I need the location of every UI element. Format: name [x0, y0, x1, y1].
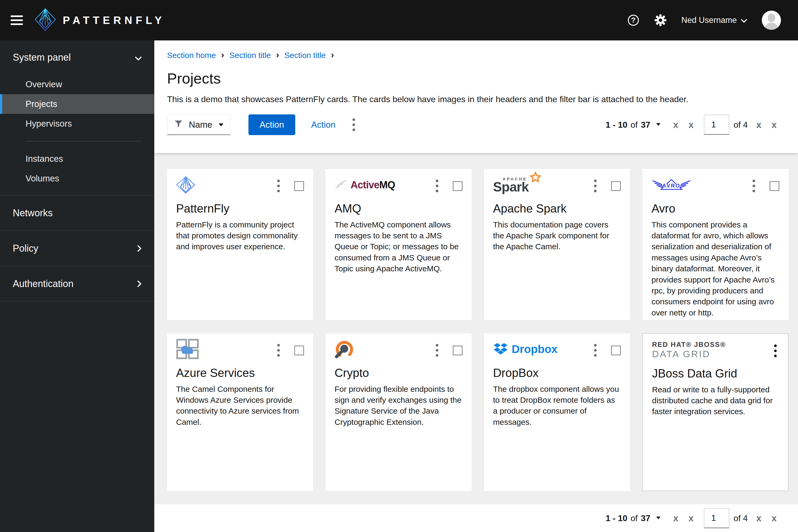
chevron-down-icon [741, 15, 747, 25]
current-page-input[interactable] [704, 115, 729, 135]
card-title: Apache Spark [493, 202, 621, 215]
sidebar-item-projects[interactable]: Projects [0, 94, 154, 114]
caret-down-icon [656, 517, 661, 521]
breadcrumb-separator-icon: › [276, 50, 279, 61]
first-page-button[interactable]: x [670, 512, 681, 525]
card-kebab-menu[interactable] [434, 177, 440, 194]
svg-text:?: ? [631, 16, 635, 24]
help-icon[interactable]: ? [627, 14, 640, 26]
sidebar-group-policy[interactable]: Policy [0, 231, 154, 266]
card-kebab-menu[interactable] [592, 177, 599, 194]
card-checkbox[interactable] [611, 345, 621, 355]
project-card-crypto: Crypto For providing flexible endpoints … [326, 333, 472, 491]
sidebar-divider [25, 141, 142, 141]
card-description: The ActiveMQ component allows messages t… [335, 219, 462, 274]
apache-spark-logo-icon: APACHE Spark [493, 174, 541, 195]
page-description: This is a demo that showcases PatternFly… [167, 94, 779, 104]
page-title: Projects [167, 70, 779, 87]
card-title: Crypto [335, 366, 462, 380]
previous-page-button[interactable]: x [686, 512, 696, 525]
card-kebab-menu[interactable] [592, 342, 599, 359]
card-title: AMQ [335, 202, 462, 215]
breadcrumb-link[interactable]: Section home [167, 51, 216, 60]
user-menu-toggle[interactable]: Ned Username [682, 15, 747, 25]
sidebar-item-hypervisors[interactable]: Hypervisors [0, 114, 154, 134]
project-card-amq: ActiveMQ AMQ The ActiveMQ component allo… [326, 169, 472, 320]
chevron-right-icon [137, 278, 141, 289]
username: Ned Username [682, 15, 737, 25]
sidebar-group-networks[interactable]: Networks [0, 195, 154, 231]
activemq-logo-icon: ActiveMQ [335, 174, 395, 195]
previous-page-button[interactable]: x [686, 118, 696, 131]
card-description: For providing flexible endpoints to sign… [335, 384, 462, 428]
pagination-bottom: 1 - 10 of 37 x x of 4 x x [606, 508, 779, 528]
link-action-button[interactable]: Action [311, 120, 336, 130]
caret-down-icon [656, 123, 661, 128]
card-description: This documentation page covers the Apach… [493, 219, 621, 252]
card-title: PatternFly [176, 202, 304, 215]
card-checkbox[interactable] [770, 181, 779, 191]
card-description: This component provides a dataformat for… [651, 219, 779, 318]
card-kebab-menu[interactable] [275, 342, 282, 359]
last-page-button[interactable]: x [769, 512, 779, 525]
card-description: The dropbox component allows you to trea… [493, 384, 621, 428]
primary-action-button[interactable]: Action [248, 114, 295, 135]
card-checkbox[interactable] [453, 181, 462, 191]
next-page-button[interactable]: x [754, 512, 764, 525]
pagination-range: 1 - 10 of 37 [606, 120, 650, 130]
card-kebab-menu[interactable] [750, 177, 757, 194]
per-page-menu-toggle[interactable] [656, 514, 661, 522]
sidebar-item-instances[interactable]: Instances [0, 149, 154, 169]
breadcrumb-separator-icon: › [221, 50, 224, 61]
brand-name: PATTERNFLY [63, 14, 165, 26]
last-page-button[interactable]: x [769, 118, 779, 131]
card-kebab-menu[interactable] [275, 177, 282, 194]
toolbar-kebab-menu[interactable] [350, 116, 357, 133]
project-card-avro: AVRO Avro This component provides a data… [642, 169, 788, 320]
bottom-pagination-bar: 1 - 10 of 37 x x of 4 x x [154, 504, 798, 532]
svg-text:AVRO: AVRO [662, 183, 680, 189]
masthead: PATTERNFLY ? Ned User [0, 0, 798, 40]
pagination-range: 1 - 10 of 37 [606, 513, 650, 523]
next-page-button[interactable]: x [754, 118, 764, 131]
page-header: Section home › Section title › Section t… [154, 40, 798, 153]
filter-dropdown-label: Name [189, 120, 212, 130]
breadcrumb: Section home › Section title › Section t… [167, 50, 779, 61]
jboss-data-grid-logo-icon: RED HAT® JBOSS® DATA GRID [652, 339, 726, 360]
breadcrumb-link[interactable]: Section title [230, 51, 271, 60]
brand: PATTERNFLY [35, 8, 165, 32]
first-page-button[interactable]: x [670, 118, 681, 131]
card-checkbox[interactable] [453, 345, 462, 355]
card-description: Read or write to a fully-supported distr… [652, 384, 779, 417]
project-card-dropbox: Dropbox DropBox The dropbox component al… [484, 333, 630, 491]
project-card-patternfly: PatternFly PatternFly is a community pro… [167, 169, 313, 320]
nav-toggle-hamburger-icon[interactable] [11, 15, 23, 25]
card-title: Azure Services [176, 366, 304, 380]
card-kebab-menu[interactable] [434, 342, 440, 359]
sidebar-item-overview[interactable]: Overview [0, 75, 154, 94]
dropbox-logo-icon: Dropbox [493, 339, 558, 360]
projects-card-grid: PatternFly PatternFly is a community pro… [154, 153, 798, 504]
filter-icon [174, 120, 183, 130]
current-page-input[interactable] [704, 508, 729, 528]
card-title: JBoss Data Grid [652, 367, 779, 380]
card-title: Avro [651, 202, 779, 215]
project-card-apache-spark: APACHE Spark Apache Spark This documenta… [484, 169, 630, 320]
settings-gear-icon[interactable] [654, 14, 667, 26]
card-checkbox[interactable] [611, 181, 621, 191]
breadcrumb-separator-icon: › [331, 50, 334, 61]
sidebar-group-authentication[interactable]: Authentication [0, 266, 154, 301]
card-kebab-menu[interactable] [772, 342, 779, 359]
sidebar-nav: System panel Overview Projects Hyperviso… [0, 40, 154, 532]
page-count-label: of 4 [734, 120, 748, 130]
card-checkbox[interactable] [294, 345, 304, 355]
card-checkbox[interactable] [294, 181, 304, 191]
avro-logo-icon: AVRO [651, 174, 691, 195]
sidebar-item-volumes[interactable]: Volumes [0, 169, 154, 188]
breadcrumb-link[interactable]: Section title [284, 51, 326, 60]
sidebar-group-system-panel[interactable]: System panel [0, 40, 154, 75]
per-page-menu-toggle[interactable] [656, 121, 661, 129]
filter-dropdown[interactable]: Name [167, 114, 231, 135]
avatar[interactable] [762, 11, 781, 30]
project-card-azure-services: Azure Services The Camel Components for … [167, 333, 313, 491]
